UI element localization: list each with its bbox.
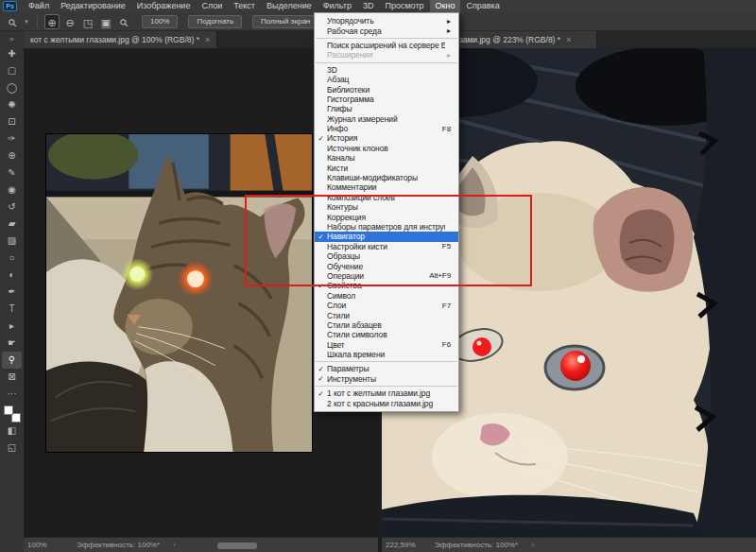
zoom-in-icon[interactable]: ⊕ [44, 14, 60, 29]
type-tool[interactable]: T [2, 301, 22, 318]
menu-item-label: Рабочая среда [327, 26, 441, 36]
fullscreen-button[interactable]: Полный экран [252, 15, 318, 28]
checkmark-icon: ✓ [315, 365, 327, 373]
color-swatches[interactable] [4, 405, 21, 423]
window-menu-item[interactable]: Символ [315, 291, 458, 301]
zoom-out-icon[interactable]: ⊖ [62, 14, 77, 29]
zoom-tool[interactable]: ⚲ [2, 352, 22, 369]
hand-tool[interactable]: ☛ [2, 335, 22, 352]
status-popup-arrow-icon[interactable]: › [173, 541, 176, 549]
dodge-tool[interactable]: ◐ [2, 267, 22, 284]
history-brush-tool[interactable]: ↺ [2, 198, 22, 216]
window-menu-item[interactable]: ✓Параметры [315, 364, 458, 373]
frame-tool[interactable]: ⊠ [2, 369, 22, 386]
menubar-item-entry[interactable]: Текст [228, 0, 261, 12]
window-menu-item[interactable]: Стили символов [315, 330, 458, 339]
window-menu-item[interactable]: Источник клонов [315, 144, 458, 153]
lasso-tool[interactable]: ◯ [2, 79, 22, 96]
menubar-item-entry[interactable]: Слои [196, 0, 228, 12]
zoom-100-button[interactable]: 100% [142, 15, 178, 28]
more-tools[interactable]: ··· [2, 386, 22, 403]
gradient-tool[interactable]: ▨ [2, 233, 22, 250]
menubar-item-entry[interactable]: Просмотр [379, 0, 429, 12]
tab-yellow-eyes-cat[interactable]: кот с желтыми глазами.jpg @ 100% (RGB/8)… [24, 31, 217, 48]
menu-item-label: Слои [327, 301, 437, 310]
window-menu-item[interactable]: Абзац [315, 75, 458, 84]
brush-tool[interactable]: ✎ [2, 164, 22, 181]
window-menu-item[interactable]: Стили абзацев [315, 320, 458, 330]
screen-mode[interactable]: ◱ [2, 440, 22, 457]
tools-panel: » ✚▢◯✺⊡✑⊕✎◉↺▰▨○◐✒T▸☛⚲⊠··· ◧◱ [0, 31, 24, 552]
window-menu-item[interactable]: Стили [315, 310, 458, 319]
efficiency-indicator[interactable]: Эффективность: 100%* [77, 541, 160, 549]
window-menu-item[interactable]: ✓Инструменты [315, 374, 458, 384]
blur-tool[interactable]: ○ [2, 250, 22, 267]
collapse-panel-icon[interactable]: » [2, 35, 22, 45]
window-menu-item[interactable]: Глифы [315, 104, 458, 113]
menu-item-label: Комментарии [327, 182, 445, 192]
path-selection-tool[interactable]: ▸ [2, 318, 22, 335]
window-menu-item[interactable]: Каналы [315, 153, 458, 163]
menu-item-label: Гистограмма [327, 95, 445, 104]
scrubby-zoom-icon[interactable]: ⚲ [116, 14, 131, 29]
zoom-all-windows-icon[interactable]: ▣ [98, 14, 113, 29]
zoom-level[interactable]: 222,59% [386, 541, 418, 549]
window-menu-item[interactable]: Рабочая среда▸ [315, 26, 458, 35]
menubar-item-entry[interactable]: Изображение [131, 0, 197, 12]
dropdown-caret-icon[interactable]: ▾ [23, 14, 30, 29]
menubar-item-entry[interactable]: Фильтр [318, 0, 357, 12]
window-menu-item[interactable]: Упорядочить▸ [315, 16, 458, 26]
quick-selection-tool[interactable]: ✺ [2, 96, 22, 113]
horizontal-scrollbar[interactable] [217, 543, 257, 549]
menubar-item-entry[interactable]: 3D [357, 0, 380, 12]
pen-tool[interactable]: ✒ [2, 284, 22, 301]
menubar-item-entry[interactable]: Редактирование [55, 0, 131, 12]
status-popup-arrow-icon[interactable]: › [531, 541, 534, 549]
statusbar-right: 222,59% Эффективность: 100%* › [382, 537, 756, 552]
window-menu-item[interactable]: ИнфоF8 [315, 124, 458, 133]
window-menu-item[interactable]: Клавиши-модификаторы [315, 173, 458, 182]
window-menu-item[interactable]: 2 кот с красными глазами.jpg [315, 398, 458, 407]
window-menu-item[interactable]: ✓История [315, 133, 458, 143]
close-icon[interactable]: × [566, 35, 571, 44]
menubar-item-window-active[interactable]: Окно [430, 0, 461, 12]
foreground-color-swatch[interactable] [4, 405, 13, 415]
menu-shortcut: F8 [437, 125, 458, 133]
window-menu-item[interactable]: 3D [315, 65, 458, 75]
close-icon[interactable]: × [205, 35, 210, 44]
zoom-tool-icon[interactable]: ⚲ [5, 14, 20, 29]
menubar-item-entry[interactable]: Файл [23, 0, 55, 12]
clone-stamp-tool[interactable]: ◉ [2, 181, 22, 198]
checkmark-icon: ✓ [315, 374, 327, 383]
menu-item-label: 2 кот с красными глазами.jpg [327, 399, 445, 408]
checkmark-icon: ✓ [315, 134, 327, 143]
window-menu-item[interactable]: Поиск расширений на сервере Exchange... [315, 41, 458, 50]
window-menu-item[interactable]: Библиотеки [315, 84, 458, 94]
quick-mask-mode[interactable]: ◧ [2, 423, 22, 440]
window-menu-item[interactable]: ✓1 кот с желтыми глазами.jpg [315, 388, 458, 398]
crop-tool[interactable]: ⊡ [2, 113, 22, 130]
menu-item-label: Шкала времени [327, 350, 445, 359]
eyedropper-tool[interactable]: ✑ [2, 130, 22, 147]
window-menu-item[interactable]: ЦветF6 [315, 340, 458, 350]
window-menu-item[interactable]: Кисти [315, 163, 458, 172]
window-menu-item[interactable]: СлоиF7 [315, 301, 458, 310]
efficiency-indicator[interactable]: Эффективность: 100%* [435, 541, 518, 549]
window-menu-item[interactable]: Шкала времени [315, 350, 458, 359]
window-menu-item[interactable]: Гистограмма [315, 95, 458, 104]
fit-screen-button[interactable]: Подогнать [188, 15, 242, 28]
move-tool[interactable]: ✚ [2, 45, 22, 62]
menu-separator [316, 62, 457, 63]
eraser-tool[interactable]: ▰ [2, 216, 22, 233]
menubar-item-entry[interactable]: Выделение [261, 0, 318, 12]
menu-shortcut: F7 [437, 302, 458, 310]
window-menu-item[interactable]: Журнал измерений [315, 114, 458, 124]
marquee-tool[interactable]: ▢ [2, 62, 22, 79]
resize-windows-icon[interactable]: ◳ [80, 14, 95, 29]
menubar-item-entry[interactable]: Справка [460, 0, 505, 12]
healing-brush-tool[interactable]: ⊕ [2, 147, 22, 164]
annotation-rectangle [245, 195, 532, 286]
window-menu-item[interactable]: Комментарии [315, 182, 458, 192]
statusbar-left: 100% Эффективность: 100%* › [24, 537, 378, 552]
zoom-level[interactable]: 100% [27, 541, 60, 549]
